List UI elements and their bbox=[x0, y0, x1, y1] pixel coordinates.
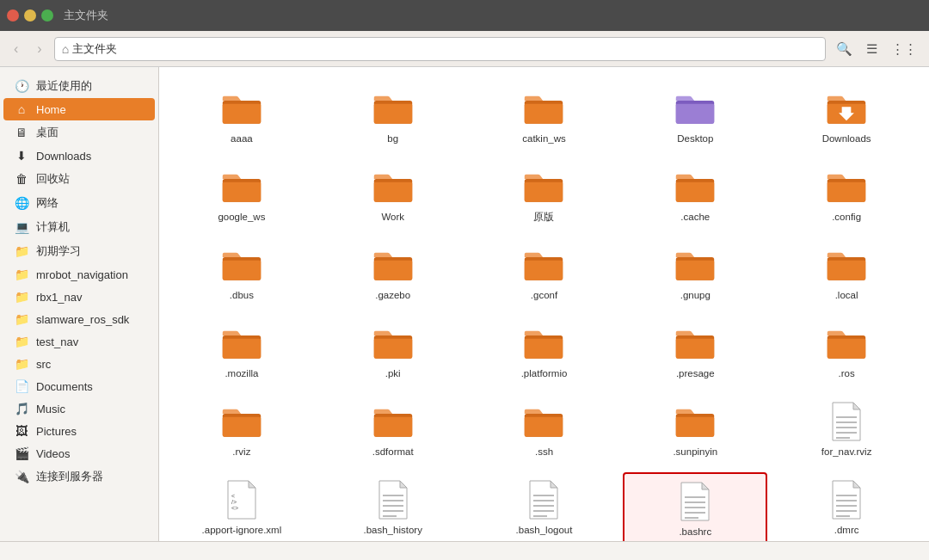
file-label-gnupg: .gnupg bbox=[680, 289, 711, 302]
svg-rect-72 bbox=[836, 495, 857, 496]
file-item-Desktop[interactable]: Desktop bbox=[623, 81, 767, 152]
file-item-dmrc[interactable]: .dmrc bbox=[774, 472, 919, 541]
file-item-catkin_ws[interactable]: catkin_ws bbox=[472, 81, 617, 152]
file-item-gnupg[interactable]: .gnupg bbox=[623, 237, 767, 309]
file-item-mozilla[interactable]: .mozilla bbox=[169, 316, 314, 387]
file-icon-bg bbox=[372, 88, 414, 129]
file-item-aaaa[interactable]: aaaa bbox=[169, 81, 314, 152]
file-item-apport_ignore[interactable]: </><>.apport-ignore.xml bbox=[169, 472, 314, 541]
sidebar-item-connect[interactable]: 🔌连接到服务器 bbox=[3, 465, 155, 489]
view-grid-button[interactable]: ⋮⋮ bbox=[886, 38, 922, 60]
file-icon-ros bbox=[826, 323, 867, 364]
file-label-yuanban: 原版 bbox=[533, 211, 554, 224]
file-label-dmrc: .dmrc bbox=[834, 524, 859, 537]
file-item-bash_logout[interactable]: .bash_logout bbox=[472, 472, 617, 541]
svg-rect-68 bbox=[685, 502, 705, 503]
file-item-bash_history[interactable]: .bash_history bbox=[321, 472, 465, 541]
file-item-bg[interactable]: bg bbox=[321, 81, 465, 152]
svg-rect-5 bbox=[525, 104, 563, 124]
file-item-gconf[interactable]: .gconf bbox=[472, 237, 617, 309]
sidebar-item-rbx1[interactable]: 📁rbx1_nav bbox=[3, 286, 155, 308]
sidebar-item-computer[interactable]: 💻计算机 bbox=[3, 215, 155, 239]
file-item-presage[interactable]: .presage bbox=[623, 316, 767, 387]
sidebar-label-rbx1: rbx1_nav bbox=[36, 291, 82, 304]
search-button[interactable]: 🔍 bbox=[831, 38, 858, 60]
file-item-google_ws[interactable]: google_ws bbox=[169, 159, 314, 231]
file-label-apport_ignore: .apport-ignore.xml bbox=[202, 524, 282, 537]
svg-rect-38 bbox=[676, 338, 714, 358]
sidebar-item-src[interactable]: 📁src bbox=[3, 353, 155, 375]
svg-rect-70 bbox=[685, 512, 705, 514]
file-item-cache[interactable]: .cache bbox=[623, 159, 767, 231]
sidebar-item-pictures[interactable]: 🖼Pictures bbox=[3, 420, 155, 442]
file-item-sunpinyin[interactable]: .sunpinyin bbox=[623, 394, 767, 465]
file-item-local[interactable]: .local bbox=[774, 237, 919, 309]
file-item-Work[interactable]: Work bbox=[321, 159, 465, 231]
sidebar-item-qixue[interactable]: 📁初期学习 bbox=[3, 239, 155, 263]
sidebar-item-desktop[interactable]: 🖥桌面 bbox=[3, 120, 155, 145]
file-item-dbus[interactable]: .dbus bbox=[169, 237, 314, 309]
file-label-for_nav_rviz: for_nav.rviz bbox=[821, 446, 872, 458]
svg-rect-58 bbox=[383, 500, 403, 502]
sidebar-label-slamware: slamware_ros_sdk bbox=[36, 313, 129, 326]
minimize-button[interactable] bbox=[24, 9, 36, 22]
sidebar-icon-desktop: 🖥 bbox=[14, 126, 29, 139]
sidebar-icon-src: 📁 bbox=[14, 357, 29, 371]
forward-button[interactable]: › bbox=[30, 38, 48, 60]
sidebar-icon-music: 🎵 bbox=[14, 402, 29, 415]
file-item-rviz[interactable]: .rviz bbox=[169, 394, 314, 465]
file-label-google_ws: google_ws bbox=[218, 211, 265, 224]
maximize-button[interactable] bbox=[41, 9, 53, 22]
file-item-config[interactable]: .config bbox=[774, 159, 919, 231]
sidebar-item-videos[interactable]: 🎬Videos bbox=[3, 442, 155, 465]
file-item-ros[interactable]: .ros bbox=[774, 316, 919, 387]
sidebar-label-qixue: 初期学习 bbox=[36, 243, 81, 259]
sidebar-item-documents[interactable]: 📄Documents bbox=[3, 375, 155, 397]
sidebar-item-downloads[interactable]: ⬇Downloads bbox=[3, 145, 155, 167]
sidebar-item-music[interactable]: 🎵Music bbox=[3, 397, 155, 420]
sidebar-item-home[interactable]: ⌂Home bbox=[3, 98, 155, 120]
file-label-ssh: .ssh bbox=[535, 446, 553, 458]
svg-rect-40 bbox=[827, 338, 865, 358]
window-controls[interactable] bbox=[7, 9, 53, 22]
svg-rect-63 bbox=[533, 500, 554, 502]
file-item-sdformat[interactable]: .sdformat bbox=[321, 394, 465, 465]
sidebar-item-network[interactable]: 🌐网络 bbox=[3, 191, 155, 215]
file-area[interactable]: aaaabgcatkin_wsDesktopDownloadsgoogle_ws… bbox=[159, 67, 929, 541]
svg-rect-57 bbox=[383, 495, 403, 496]
svg-rect-12 bbox=[223, 182, 261, 202]
file-item-bashrc[interactable]: .bashrc bbox=[623, 472, 767, 541]
sidebar-item-mrobot[interactable]: 📁mrobot_navigation bbox=[3, 263, 155, 286]
sidebar-item-recent[interactable]: 🕐最近使用的 bbox=[3, 74, 155, 98]
sidebar-item-trash[interactable]: 🗑回收站 bbox=[3, 167, 155, 191]
file-item-gazebo[interactable]: .gazebo bbox=[321, 237, 465, 309]
svg-rect-42 bbox=[223, 416, 261, 436]
file-icon-gnupg bbox=[674, 244, 716, 286]
file-item-Downloads[interactable]: Downloads bbox=[774, 81, 919, 152]
file-label-bash_logout: .bash_logout bbox=[516, 524, 573, 537]
file-label-gconf: .gconf bbox=[531, 289, 557, 302]
svg-rect-36 bbox=[525, 338, 563, 358]
file-label-Work: Work bbox=[381, 211, 404, 224]
sidebar-label-downloads: Downloads bbox=[36, 150, 91, 163]
sidebar-icon-recent: 🕐 bbox=[14, 79, 29, 93]
file-label-presage: .presage bbox=[676, 367, 715, 380]
file-item-for_nav_rviz[interactable]: for_nav.rviz bbox=[774, 394, 919, 465]
file-icon-bash_logout bbox=[523, 479, 564, 520]
file-label-dbus: .dbus bbox=[230, 289, 254, 302]
file-item-platformio[interactable]: .platformio bbox=[472, 316, 617, 387]
sidebar-icon-rbx1: 📁 bbox=[14, 290, 29, 304]
close-button[interactable] bbox=[7, 9, 19, 22]
sidebar-item-testnav[interactable]: 📁test_nav bbox=[3, 330, 155, 353]
sidebar-item-slamware[interactable]: 📁slamware_ros_sdk bbox=[3, 308, 155, 330]
file-icon-config bbox=[826, 166, 867, 207]
back-button[interactable]: ‹ bbox=[7, 38, 25, 60]
svg-rect-53 bbox=[836, 437, 850, 439]
file-item-pki[interactable]: .pki bbox=[321, 316, 465, 387]
file-label-bg: bg bbox=[387, 132, 398, 145]
file-item-yuanban[interactable]: 原版 bbox=[472, 159, 617, 231]
file-item-ssh[interactable]: .ssh bbox=[472, 394, 617, 465]
file-icon-local bbox=[826, 244, 867, 286]
view-list-button[interactable]: ☰ bbox=[861, 38, 883, 60]
file-label-Downloads: Downloads bbox=[822, 132, 871, 145]
